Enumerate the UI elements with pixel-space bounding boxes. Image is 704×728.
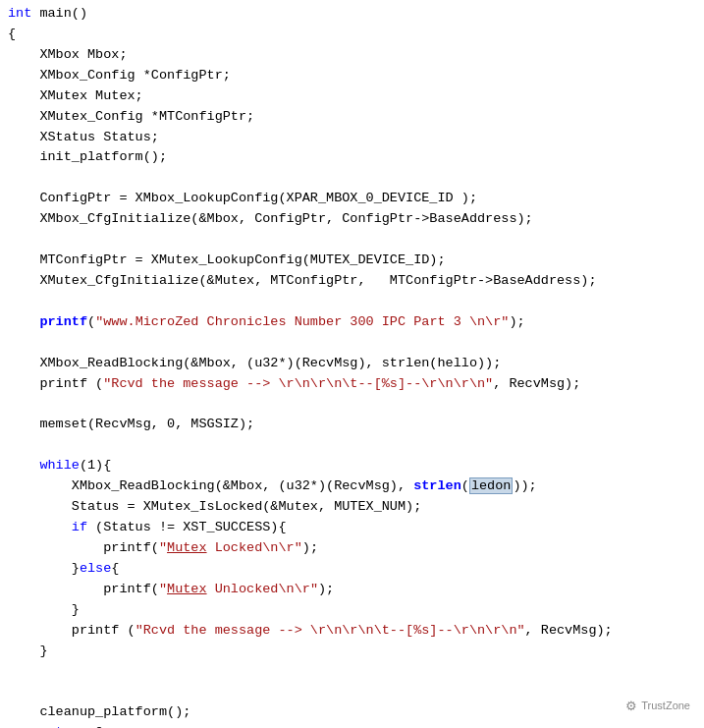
code-line: while(1){	[8, 456, 696, 476]
code-line: XMbox_CfgInitialize(&Mbox, ConfigPtr, Co…	[8, 209, 696, 230]
code-line: memset(RecvMsg, 0, MSGSIZ);	[8, 415, 696, 435]
keyword-printf: printf	[39, 314, 87, 329]
code-line	[8, 662, 696, 683]
code-line: }	[8, 642, 696, 662]
code-line: XMutex_Config *MTConfigPtr;	[8, 107, 696, 128]
keyword-while: while	[39, 458, 80, 473]
string-literal: "www.MicroZed Chronicles Number 300 IPC …	[95, 314, 509, 329]
code-line	[8, 292, 696, 312]
string-mutex-word: Mutex	[167, 540, 207, 555]
code-line: ConfigPtr = XMbox_LookupConfig(XPAR_MBOX…	[8, 189, 696, 209]
code-line: printf ("Rcvd the message --> \r\n\r\n\t…	[8, 621, 696, 642]
keyword-strlen: strlen	[413, 478, 461, 493]
code-line: printf("Mutex Locked\n\r");	[8, 538, 696, 559]
code-line: {	[8, 25, 696, 45]
trustzone-icon: ⚙	[625, 697, 637, 716]
code-line: cleanup_platform();	[8, 702, 696, 723]
code-line: return 0;	[8, 723, 696, 728]
code-line: XMbox_ReadBlocking(&Mbox, (u32*)(RecvMsg…	[8, 476, 696, 497]
string-literal: "Rcvd the message --> \r\n\r\n\t--[%s]--…	[103, 376, 493, 391]
highlighted-ledon: ledon	[469, 477, 514, 494]
code-line: init_platform();	[8, 147, 696, 168]
code-line: printf("Mutex Unlocked\n\r");	[8, 580, 696, 600]
keyword-else: else	[80, 561, 111, 576]
code-line: int main()	[8, 4, 696, 25]
code-line	[8, 168, 696, 189]
code-line: XStatus Status;	[8, 128, 696, 148]
code-line: XMbox Mbox;	[8, 45, 696, 66]
code-line	[8, 682, 696, 702]
string-mutex-word2: Mutex	[167, 582, 207, 596]
code-line	[8, 395, 696, 416]
trustzone-watermark: ⚙ TrustZone	[625, 697, 690, 716]
code-line: printf("www.MicroZed Chronicles Number 3…	[8, 312, 696, 333]
code-line: }else{	[8, 559, 696, 580]
code-line: }	[8, 600, 696, 621]
keyword-if: if	[72, 520, 87, 534]
code-line	[8, 230, 696, 251]
code-line: XMutex Mutex;	[8, 86, 696, 107]
keyword-int: int	[8, 6, 31, 21]
code-line: XMutex_CfgInitialize(&Mutex, MTConfigPtr…	[8, 271, 696, 292]
string-literal2: "Rcvd the message --> \r\n\r\n\t--[%s]--…	[135, 623, 525, 638]
code-line: XMbox_ReadBlocking(&Mbox, (u32*)(RecvMsg…	[8, 354, 696, 374]
code-line: XMbox_Config *ConfigPtr;	[8, 66, 696, 86]
code-line	[8, 435, 696, 456]
code-line: Status = XMutex_IsLocked(&Mutex, MUTEX_N…	[8, 497, 696, 518]
code-line: if (Status != XST_SUCCESS){	[8, 518, 696, 538]
code-editor: int main() { XMbox Mbox; XMbox_Config *C…	[0, 0, 704, 728]
code-line	[8, 333, 696, 354]
string-mutex-locked: "	[159, 540, 167, 555]
code-line: printf ("Rcvd the message --> \r\n\r\n\t…	[8, 374, 696, 395]
code-line: MTConfigPtr = XMutex_LookupConfig(MUTEX_…	[8, 251, 696, 271]
trustzone-label: TrustZone	[641, 698, 690, 714]
string-mutex-unlocked: "	[159, 582, 167, 596]
